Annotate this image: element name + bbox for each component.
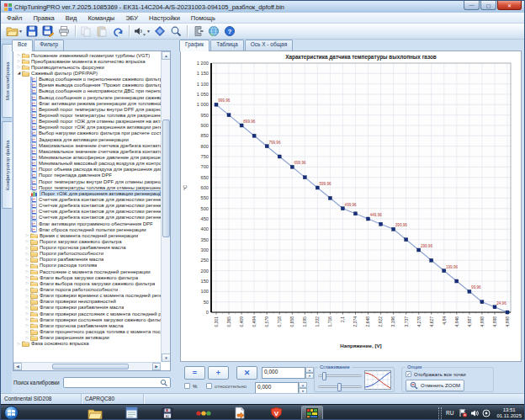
relative-checkbox[interactable] [206, 383, 212, 389]
start-button[interactable] [4, 406, 19, 420]
expand-arrow-icon[interactable]: ▷ [24, 239, 30, 243]
expand-arrow-icon[interactable]: ▷ [24, 252, 30, 256]
tree-vertical-scrollbar[interactable]: ▲ ▼ [161, 51, 170, 362]
expand-arrow-icon[interactable]: ▷ [24, 288, 30, 292]
tree-item[interactable]: Флаг активации программного обеспечения … [13, 221, 161, 226]
tray-flag-icon[interactable] [459, 408, 467, 417]
taskbar-app-editor[interactable] [120, 406, 142, 420]
tree-item[interactable]: Порог перепада давления DPF [13, 173, 161, 178]
data-point[interactable] [405, 238, 408, 242]
expand-arrow-icon[interactable]: ▷ [24, 323, 30, 327]
tree-item-selected[interactable]: Порог тОЖ для разрешения активации реген… [13, 190, 161, 196]
tree-item[interactable]: Верхний порог тОЖ для разрешения активац… [13, 125, 161, 130]
data-point[interactable] [354, 212, 358, 215]
tree-item[interactable]: ▷Пороги работоспособности [13, 251, 161, 257]
tab-table[interactable]: Таблица [210, 40, 244, 51]
tree-item[interactable]: Счетчик дребезга контактов для диагности… [13, 196, 161, 202]
save-as-icon[interactable] [40, 24, 56, 39]
expand-arrow-icon[interactable]: ▷ [24, 246, 30, 250]
data-point[interactable] [252, 134, 256, 137]
tree-item[interactable]: ▷Флаги проверки времени с момента послед… [13, 293, 161, 299]
tree-item[interactable]: ▷Расстояние с момента последней регенера… [13, 268, 161, 274]
expand-arrow-icon[interactable]: ▷ [24, 258, 30, 262]
tree-item[interactable]: ▷Флаги проверки расстояния с момента пос… [13, 311, 161, 316]
data-point[interactable] [392, 227, 395, 231]
expand-arrow-icon[interactable]: ▷ [24, 263, 30, 268]
tree-item[interactable]: ▷Пороги загрузки сажевого фильтра [13, 238, 161, 244]
tree-item[interactable]: Порог температуры внутри DPF для отмены … [13, 178, 161, 184]
expand-arrow-icon[interactable]: ▷ [16, 59, 22, 63]
tree-item[interactable]: Задержка для активации регенерации [13, 136, 161, 142]
data-point[interactable] [316, 186, 319, 189]
menu-item-view[interactable]: Вид [64, 13, 79, 23]
tree-item[interactable]: ▷Преобразование момента в количество впр… [13, 58, 161, 64]
tree-item[interactable]: ▷Фаза основного впрыска [13, 341, 161, 347]
tree-item[interactable]: Максимальное значение счетчика дребезга … [13, 142, 161, 148]
expand-arrow-icon[interactable]: ▷ [16, 53, 22, 57]
value-input[interactable]: 0,000 [262, 367, 305, 379]
vertical-tab-file-configurator[interactable]: Конфигуратор файла [2, 121, 12, 209]
tab-x-axis-common[interactable]: Ось X - общая [245, 40, 293, 51]
tree-horizontal-scrollbar[interactable]: ◀ ▶ [13, 362, 161, 370]
data-point[interactable] [417, 248, 421, 252]
expand-arrow-icon[interactable]: ▷ [24, 269, 30, 274]
collapse-arrow-icon[interactable]: ◢ [16, 71, 22, 75]
print-icon[interactable] [56, 24, 72, 39]
taskbar-app-installer[interactable] [229, 406, 251, 420]
open-file-dropdown-caret[interactable]: ▼ [19, 29, 23, 34]
tree-item[interactable]: ▷Пороги разбавления масла [13, 257, 161, 263]
data-point[interactable] [278, 155, 281, 158]
close-button[interactable]: ✕ [497, 1, 522, 10]
expand-arrow-icon[interactable]: ▷ [16, 342, 22, 346]
data-point[interactable] [493, 306, 496, 309]
value-spinner[interactable]: ▲▼ [305, 367, 314, 379]
tree-item[interactable]: ▷Флаги процентного расхода топлива с мом… [13, 328, 161, 334]
tree-item[interactable]: ◢Сажевый фильтр (DPF/PAP) [13, 70, 161, 76]
scroll-up-arrow[interactable]: ▲ [162, 51, 171, 60]
scroll-left-arrow[interactable]: ◀ [13, 363, 22, 370]
data-point[interactable] [227, 114, 231, 117]
vertical-scroll-thumb[interactable] [162, 120, 170, 237]
menu-item-ecu[interactable]: ЭБУ [124, 13, 140, 23]
data-point[interactable] [480, 300, 484, 304]
tree-item[interactable]: ▷Флаги проверки неисправностей [13, 299, 161, 305]
data-point[interactable] [430, 258, 433, 262]
data-point[interactable] [468, 290, 471, 293]
data-point[interactable] [328, 196, 331, 199]
menu-item-help[interactable]: Помощь [189, 13, 217, 23]
data-point[interactable] [240, 124, 243, 127]
tab-graph[interactable]: График [179, 40, 209, 51]
smoothing-slider-1[interactable] [318, 375, 362, 377]
menu-item-file[interactable]: Файл [5, 13, 24, 23]
tray-volume-icon[interactable] [470, 409, 479, 417]
title-bar[interactable]: ChipTuningPRO ver.7.2025.1085369 - EK31-… [1, 1, 524, 13]
language-indicator[interactable]: RU [446, 410, 453, 416]
data-point[interactable] [379, 222, 383, 226]
tree-item[interactable]: ▷Производительность форсунки [13, 64, 161, 70]
show-all-points-checkbox[interactable]: ✓ [406, 371, 411, 377]
undo-icon[interactable] [110, 24, 126, 39]
tree-item[interactable]: ▷Пороги расхода топлива [13, 263, 161, 268]
chart-svg[interactable]: Характеристика датчика температуры выхло… [181, 51, 521, 351]
add-value-button[interactable]: + [208, 366, 229, 380]
relative-value-spinner[interactable]: ▲▼ [299, 382, 307, 394]
multiply-button[interactable]: ✕ [236, 366, 257, 380]
expand-arrow-icon[interactable]: ▷ [24, 281, 30, 285]
compare-icon[interactable] [152, 24, 168, 39]
data-point[interactable] [290, 165, 294, 168]
expand-arrow-icon[interactable]: ▷ [24, 317, 30, 322]
cancel-zoom-button[interactable]: Отменить ZOOM [406, 380, 464, 391]
paste-icon[interactable] [94, 24, 110, 39]
sound-dropdown-caret[interactable]: ▼ [146, 29, 151, 34]
tree-item[interactable]: ▷Положение изменяемой геометрии турбины … [13, 52, 161, 58]
tree-item[interactable]: ▷Флаги выбора порога загрузки сажевого ф… [13, 280, 161, 286]
tree-item[interactable]: ▷Флаги порога работоспособности [13, 286, 161, 292]
expand-arrow-icon[interactable]: ▷ [24, 330, 30, 334]
tree-item[interactable]: ▷Время с момента последней регенерации [13, 232, 161, 238]
tree-item[interactable]: Вывод сообщения о результате регенерации… [13, 94, 161, 100]
tree-item[interactable]: Счетчик дребезга контактов для диагности… [13, 215, 161, 221]
tree-item[interactable]: Верхний порог температуры внутри DPF для… [13, 106, 161, 112]
expand-arrow-icon[interactable]: ▷ [24, 294, 30, 298]
tree-item[interactable]: Вывод сообщения о переполнении сажевого … [13, 77, 161, 82]
tree-item[interactable]: ▷Пороги прогноза разбавления масла [13, 245, 161, 251]
